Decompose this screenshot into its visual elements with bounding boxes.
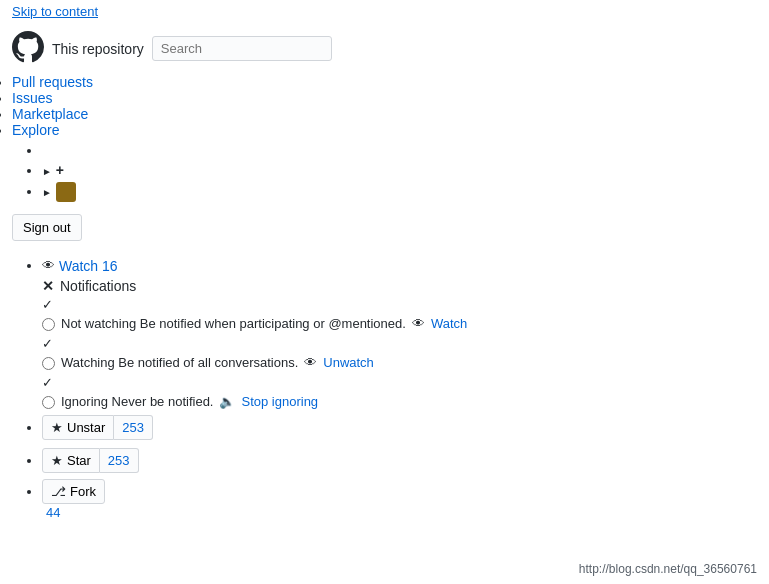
github-logo-icon	[12, 31, 44, 63]
close-icon: ✕	[42, 278, 54, 294]
ignoring-radio[interactable]	[42, 396, 55, 409]
watch-section: 👁 Watch 16 ✕ Notifications ✓ Not watchin…	[0, 257, 769, 520]
marketplace-link[interactable]: Marketplace	[12, 106, 88, 122]
eye-icon-2: 👁	[412, 316, 425, 331]
github-logo-link[interactable]	[12, 31, 44, 66]
stop-ignoring-link[interactable]: Stop ignoring	[241, 394, 318, 409]
repo-label: This repository	[52, 41, 144, 57]
ignoring-text: Ignoring Never be notified.	[61, 394, 213, 409]
unwatch-link[interactable]: Unwatch	[323, 355, 374, 370]
avatar-item: ►	[42, 182, 757, 202]
nav-item-pull-requests: Pull requests	[12, 74, 757, 90]
nav-item-explore: Explore	[12, 122, 757, 138]
unstar-button[interactable]: ★ Unstar	[42, 415, 114, 440]
watching-row: Watching Be notified of all conversation…	[42, 355, 757, 370]
user-controls: ► + ► Sign out	[0, 142, 769, 249]
star-button[interactable]: ★ Star	[42, 448, 100, 473]
pull-requests-link[interactable]: Pull requests	[12, 74, 93, 90]
fork-label: Fork	[70, 484, 96, 499]
explore-link[interactable]: Explore	[12, 122, 59, 138]
ignoring-row: Ignoring Never be notified. 🔈 Stop ignor…	[42, 394, 757, 409]
triangle-icon-2: ►	[42, 187, 52, 198]
issues-link[interactable]: Issues	[12, 90, 52, 106]
not-watching-text: Not watching Be notified when participat…	[61, 316, 406, 331]
fork-count[interactable]: 44	[46, 505, 60, 520]
not-watching-radio[interactable]	[42, 318, 55, 331]
eye-icon: 👁	[42, 258, 55, 273]
empty-item-1	[42, 142, 757, 158]
plus-item: ► +	[42, 162, 757, 178]
triangle-icon: ►	[42, 166, 52, 177]
check-icon: ✓	[42, 297, 53, 312]
fork-icon: ⎇	[51, 484, 66, 499]
watch-item: 👁 Watch 16 ✕ Notifications ✓ Not watchin…	[42, 257, 757, 409]
watching-text: Watching Be notified of all conversation…	[61, 355, 298, 370]
main-nav: Pull requests Issues Marketplace Explore	[0, 74, 769, 138]
nav-item-issues: Issues	[12, 90, 757, 106]
page-header: This repository	[0, 23, 769, 74]
unstar-label: Unstar	[67, 420, 105, 435]
fork-item: ⎇ Fork 44	[42, 479, 757, 520]
skip-to-content-link[interactable]: Skip to content	[0, 0, 769, 23]
fork-row: ⎇ Fork	[42, 479, 757, 504]
star-item: ★ Unstar 253	[42, 413, 757, 442]
plus-icon: +	[56, 162, 64, 178]
star-count[interactable]: 253	[100, 448, 139, 473]
not-watching-row: Not watching Be notified when participat…	[42, 316, 757, 331]
star-icon-filled: ★	[51, 420, 63, 435]
avatar	[56, 182, 76, 202]
check-icon-2: ✓	[42, 336, 53, 351]
star-item-2: ★ Star 253	[42, 446, 757, 475]
sign-out-button[interactable]: Sign out	[12, 214, 82, 241]
mute-icon: 🔈	[219, 394, 235, 409]
star-icon-2: ★	[51, 453, 63, 468]
search-input[interactable]	[152, 36, 332, 61]
watching-radio[interactable]	[42, 357, 55, 370]
unstar-count[interactable]: 253	[114, 415, 153, 440]
eye-icon-3: 👁	[304, 355, 317, 370]
star-group: ★ Star 253	[42, 448, 139, 473]
fork-button[interactable]: ⎇ Fork	[42, 479, 105, 504]
notifications-label: Notifications	[60, 278, 136, 294]
star-label: Star	[67, 453, 91, 468]
watch-link-main[interactable]: Watch 16	[59, 258, 118, 274]
nav-item-marketplace: Marketplace	[12, 106, 757, 122]
watch-link[interactable]: Watch	[431, 316, 467, 331]
unstar-group: ★ Unstar 253	[42, 415, 153, 440]
check-icon-3: ✓	[42, 375, 53, 390]
bottom-url: http://blog.csdn.net/qq_36560761	[579, 562, 757, 576]
